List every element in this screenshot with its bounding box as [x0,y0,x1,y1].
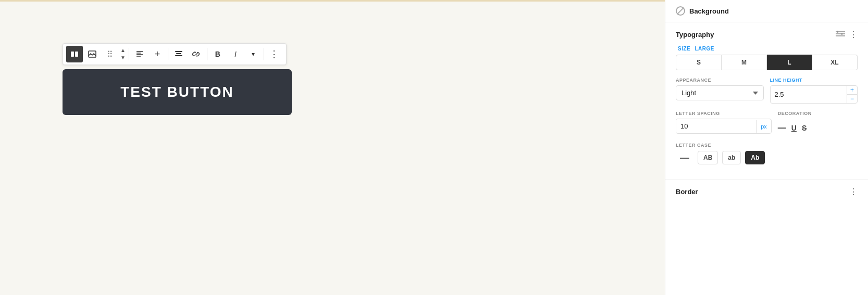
size-btn-m[interactable]: M [722,55,767,70]
background-section: Background [665,0,868,22]
case-none-btn[interactable]: — [676,151,693,164]
appearance-col: APPEARANCE Light Normal Bold [676,78,764,100]
divider-4 [264,48,264,60]
link-icon[interactable] [188,46,205,62]
arrow-down-icon[interactable]: ▼ [119,54,127,61]
letter-spacing-label: LETTER SPACING [676,111,772,116]
divider-1 [129,48,129,60]
case-buttons: — AB ab Ab [676,151,858,164]
border-title: Border [676,188,698,196]
size-buttons: S M L XL [676,55,858,70]
case-uppercase-btn[interactable]: AB [698,151,718,164]
size-row: SIZE LARGE S M L XL [676,46,858,70]
decoration-underline-icon[interactable]: U [791,124,797,132]
filter-icon[interactable] [836,30,845,40]
block-toolbar: ⠿ ▲ ▼ + [63,43,287,65]
italic-icon[interactable]: I [227,46,244,62]
chevron-down-icon[interactable]: ▾ [245,46,262,62]
letter-spacing-input[interactable] [676,119,756,133]
typography-section: Typography ⋮ SIZE LARGE [665,22,868,179]
decoration-label: DECORATION [778,111,858,116]
size-btn-l[interactable]: L [767,55,812,70]
border-menu-icon[interactable]: ⋮ [849,187,858,197]
background-title: Background [676,6,729,16]
case-capitalize-btn[interactable]: Ab [745,151,765,164]
button-block-wrapper: ⠿ ▲ ▼ + [63,43,292,115]
more-options-icon[interactable]: ⋮ [266,46,283,62]
letter-case-section: LETTER CASE — AB ab Ab [676,143,858,164]
case-lowercase-btn[interactable]: ab [722,151,741,164]
line-height-increment[interactable]: + [847,86,857,95]
add-icon[interactable]: + [149,46,166,62]
divider-2 [168,48,168,60]
decoration-none-icon[interactable]: — [778,124,786,132]
svg-rect-9 [175,55,182,56]
line-height-label: LINE HEIGHT [770,78,858,83]
appearance-lineheight-row: APPEARANCE Light Normal Bold LINE HEIGHT… [676,78,858,104]
align-center-icon[interactable] [170,46,187,62]
line-height-decrement[interactable]: − [847,95,857,103]
arrow-up-icon[interactable]: ▲ [119,47,127,54]
appearance-select[interactable]: Light Normal Bold [676,85,764,100]
svg-rect-8 [176,53,181,54]
letter-spacing-field: px [676,119,772,134]
letter-case-label: LETTER CASE [676,143,858,148]
align-left-icon[interactable] [131,46,148,62]
typography-menu-icon[interactable]: ⋮ [849,30,858,40]
right-panel: Background Typography ⋮ [665,0,868,295]
size-btn-s[interactable]: S [676,55,722,70]
typography-title: Typography [676,31,714,39]
border-section: Border ⋮ [665,179,868,204]
size-btn-xl[interactable]: XL [812,55,858,70]
letter-spacing-unit: px [756,120,771,133]
appearance-label: APPEARANCE [676,78,764,83]
line-height-col: LINE HEIGHT + − [770,78,858,104]
svg-rect-0 [71,52,74,57]
svg-rect-7 [175,51,182,52]
drag-handle-icon[interactable]: ⠿ [102,46,118,62]
background-label: Background [689,7,729,15]
size-value-label: LARGE [695,46,715,52]
decoration-strikethrough-icon[interactable]: S [802,124,807,132]
divider-3 [207,48,207,60]
border-header: Border ⋮ [676,187,858,197]
line-height-input[interactable] [771,87,847,101]
bold-icon[interactable]: B [209,46,226,62]
letterspacing-decoration-row: LETTER SPACING px DECORATION — U S [676,111,858,135]
line-height-steppers: + − [847,86,857,103]
position-arrows: ▲ ▼ [119,47,127,61]
no-background-icon [676,6,685,16]
typography-header: Typography ⋮ [676,30,858,40]
block-icon[interactable] [66,46,83,62]
background-header: Background [676,6,858,16]
size-label: SIZE LARGE [676,46,858,52]
canvas-area: ⠿ ▲ ▼ + [0,0,665,295]
test-button[interactable]: TEST BUTTON [63,69,292,115]
decoration-icons: — U S [778,119,858,135]
letter-spacing-col: LETTER SPACING px [676,111,772,134]
svg-rect-1 [75,52,78,57]
image-icon[interactable] [84,46,101,62]
decoration-col: DECORATION — U S [778,111,858,135]
line-height-field: + − [770,85,858,104]
